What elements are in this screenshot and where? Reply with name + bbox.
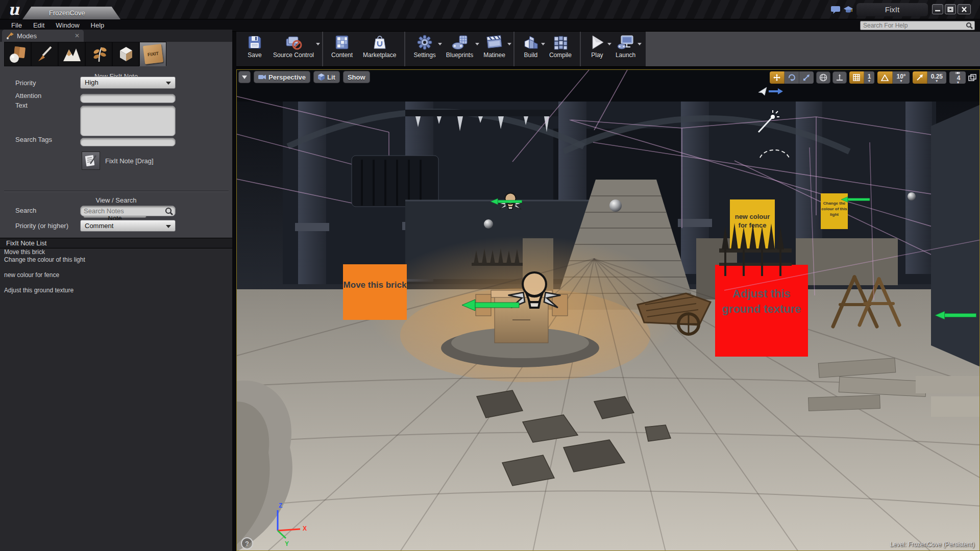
- level-viewport[interactable]: Move this brick Adjust this ground textu…: [236, 69, 980, 551]
- chevron-down-icon: [166, 225, 171, 228]
- menu-file[interactable]: File: [11, 21, 22, 29]
- grid-snap-button[interactable]: [849, 71, 864, 84]
- fixit-note-row[interactable]: new colour for fence: [0, 271, 232, 279]
- search-tags-field[interactable]: [80, 138, 176, 146]
- unreal-editor-window: u FrozenCove FixIt File Edit Window Help: [0, 0, 980, 551]
- help-search-box[interactable]: [860, 21, 975, 30]
- main-toolbar: Save Source Control: [236, 32, 980, 67]
- world-space-button[interactable]: [816, 71, 830, 84]
- foliage-mode-icon: [89, 44, 109, 64]
- maximize-viewport-icon[interactable]: [968, 74, 976, 82]
- text-label: Text: [15, 102, 28, 109]
- axis-z-label: Z: [279, 502, 282, 509]
- arc-gizmo: [760, 150, 789, 158]
- modes-tab[interactable]: Modes ✕: [2, 30, 84, 42]
- help-icon[interactable]: ?: [241, 538, 253, 549]
- content-browser-icon: [334, 34, 350, 51]
- angle-snap-icon: [881, 74, 889, 81]
- launch-button[interactable]: Launch: [610, 32, 641, 66]
- chevron-down-icon: [242, 76, 247, 79]
- launch-icon: [617, 34, 634, 51]
- tab-paint-mode[interactable]: [31, 42, 58, 66]
- perspective-button[interactable]: Perspective: [254, 71, 310, 83]
- axis-y-label: Y: [285, 540, 289, 547]
- close-button[interactable]: [958, 4, 971, 14]
- blueprints-button[interactable]: Blueprints: [441, 32, 478, 66]
- angle-snap-value[interactable]: 10°▼: [893, 71, 909, 84]
- tab-foliage-mode[interactable]: [85, 42, 112, 66]
- chevron-down-icon[interactable]: [638, 43, 642, 45]
- settings-gear-icon: [416, 34, 433, 51]
- fixit-note-drag[interactable]: FixIt Note [Drag]: [82, 152, 154, 170]
- compile-button[interactable]: Compile: [544, 32, 577, 66]
- source-control-button[interactable]: Source Control: [268, 32, 319, 66]
- help-search-input[interactable]: [861, 21, 963, 30]
- angle-snap-button[interactable]: [877, 71, 893, 84]
- close-icon[interactable]: ✕: [75, 32, 80, 39]
- chevron-down-icon: [166, 82, 171, 85]
- text-field[interactable]: [80, 106, 176, 136]
- surface-snap-button[interactable]: [832, 71, 847, 84]
- save-icon: [247, 34, 263, 51]
- settings-button[interactable]: Settings: [408, 32, 440, 66]
- place-mode-icon: [8, 44, 28, 64]
- translate-arrow-gizmo[interactable]: [935, 311, 976, 319]
- lit-mode-button[interactable]: Lit: [313, 71, 340, 83]
- chevron-down-icon[interactable]: [316, 43, 320, 45]
- search-notes-input[interactable]: [81, 206, 162, 216]
- menu-edit[interactable]: Edit: [33, 21, 44, 29]
- move-tool-button[interactable]: [770, 71, 785, 84]
- search-notes-box[interactable]: [80, 206, 176, 216]
- menu-help[interactable]: Help: [91, 21, 105, 29]
- tab-geometry-mode[interactable]: [112, 42, 139, 66]
- chat-icon[interactable]: [831, 5, 841, 14]
- tab-place-mode[interactable]: [4, 42, 31, 66]
- marketplace-button[interactable]: Marketplace: [358, 32, 401, 66]
- scale-tool-button[interactable]: [799, 71, 814, 84]
- small-fence-spikes: [472, 248, 523, 266]
- viewport-hud-left: Perspective Lit Show: [238, 71, 370, 83]
- blueprints-icon: [451, 34, 469, 51]
- scale-snap-button[interactable]: [913, 71, 927, 84]
- rotate-tool-button[interactable]: [785, 71, 799, 84]
- restore-button[interactable]: [945, 4, 956, 14]
- priority-filter-dropdown[interactable]: Comment: [80, 220, 176, 232]
- fixit-note-list-header: FixIt Note List: [0, 238, 232, 248]
- level-status-label: Level: FrozenCove (Persistent): [890, 541, 974, 548]
- fixit-mode-icon: FIXIT: [142, 44, 163, 64]
- unreal-logo-icon: u: [5, 2, 22, 18]
- matinee-button[interactable]: Matinee: [478, 32, 510, 66]
- priority-dropdown[interactable]: High: [80, 77, 176, 89]
- build-button[interactable]: Build: [518, 32, 544, 66]
- tab-fixit-mode[interactable]: FIXIT: [139, 42, 166, 66]
- show-flags-button[interactable]: Show: [343, 71, 370, 83]
- target-point-icon: [758, 87, 783, 95]
- axis-gizmo: Z X Y: [278, 502, 307, 547]
- translate-arrow-gizmo[interactable]: [841, 197, 870, 203]
- fixit-note-row[interactable]: Adjust this ground texture: [0, 287, 232, 294]
- menu-window[interactable]: Window: [56, 21, 79, 29]
- play-button[interactable]: Play: [584, 32, 610, 66]
- fixit-note-row[interactable]: [0, 279, 232, 287]
- fixit-note-row[interactable]: Move this brick: [0, 248, 232, 256]
- wand-icon: [758, 110, 779, 132]
- translate-arrow-gizmo[interactable]: [462, 299, 519, 311]
- scale-snap-icon: [916, 74, 923, 81]
- minimize-button[interactable]: [932, 4, 943, 14]
- geometry-mode-icon: [116, 44, 136, 64]
- graduation-cap-icon[interactable]: [843, 5, 853, 14]
- fixit-note-row[interactable]: [0, 264, 232, 271]
- fence-spikes-front: [719, 223, 792, 276]
- grid-snap-value[interactable]: 1▼: [864, 71, 875, 84]
- scale-tool-icon: [803, 74, 810, 81]
- content-button[interactable]: Content: [326, 32, 358, 66]
- fixit-note-row[interactable]: Change the colour of this light: [0, 256, 232, 264]
- viewport-options-button[interactable]: [238, 71, 251, 83]
- level-tab[interactable]: FrozenCove: [22, 7, 120, 19]
- attention-field[interactable]: [80, 94, 176, 103]
- tab-landscape-mode[interactable]: [58, 42, 85, 66]
- camera-speed-button[interactable]: 4 ▼: [949, 71, 966, 84]
- save-button[interactable]: Save: [241, 32, 268, 66]
- chevron-down-icon[interactable]: [507, 43, 511, 45]
- scale-snap-value[interactable]: 0.25▼: [927, 71, 946, 84]
